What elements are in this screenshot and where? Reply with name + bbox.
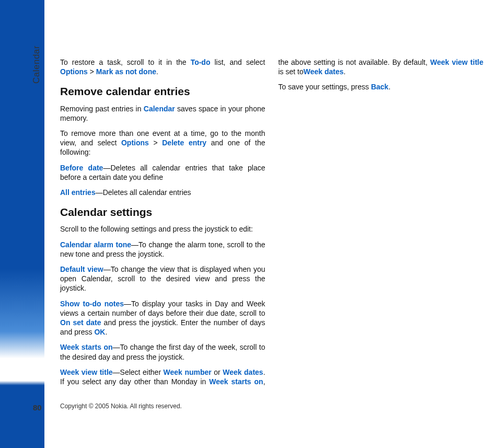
heading-calendar-settings: Calendar settings [60, 205, 265, 219]
before-date-label: Before date [60, 164, 103, 172]
heading-remove-entries: Remove calendar entries [60, 84, 265, 98]
paragraph-week-starts: Week starts on—To change the first day o… [60, 342, 265, 361]
paragraph-all-entries: All entries—Deletes all calendar entries [60, 188, 265, 197]
paragraph-removing-past: Removing past entries in Calendar saves … [60, 104, 265, 123]
delete-entry-label: Delete entry [162, 139, 206, 147]
paragraph-restore: To restore a task, scroll to it in the T… [60, 58, 265, 76]
section-label: Calendar [31, 45, 42, 84]
paragraph-default-view: Default view—To change the view that is … [60, 265, 265, 293]
paragraph-scroll-settings: Scroll to the following settings and pre… [60, 224, 265, 234]
options-label-2: Options [121, 139, 149, 147]
page-number: 80 [33, 403, 42, 412]
week-starts-label: Week starts on [60, 343, 113, 351]
all-entries-label: All entries [60, 188, 96, 197]
week-dates-label: Week dates [223, 368, 263, 376]
calendar-label: Calendar [144, 105, 175, 113]
back-label: Back [371, 83, 388, 91]
copyright-footer: Copyright © 2005 Nokia. All rights reser… [60, 403, 182, 410]
todo-label: To-do [191, 58, 211, 66]
week-starts-on-label: Week starts on [209, 377, 263, 386]
paragraph-show-todo: Show to-do notes—To display your tasks i… [60, 299, 265, 337]
on-set-date-label: On set date [60, 318, 101, 327]
alarm-tone-label: Calendar alarm tone [60, 240, 131, 249]
default-view-label: Default view [60, 265, 103, 273]
week-view-title-label: Week view title [60, 368, 113, 376]
paragraph-remove-multiple: To remove more than one event at a time,… [60, 129, 265, 157]
paragraph-save-settings: To save your settings, press Back. [279, 82, 484, 91]
options-label: Options [60, 67, 88, 76]
paragraph-before-date: Before date—Deletes all calendar entries… [60, 163, 265, 182]
paragraph-alarm-tone: Calendar alarm tone—To change the alarm … [60, 240, 265, 259]
page-content: To restore a task, scroll to it in the T… [60, 58, 483, 392]
week-dates-label-2: Week dates [304, 67, 344, 76]
mark-not-done-label: Mark as not done [96, 67, 156, 76]
week-number-label: Week number [164, 368, 212, 376]
ok-label: OK [94, 328, 105, 336]
show-todo-label: Show to-do notes [60, 300, 124, 308]
week-view-title-label-2: Week view title [430, 58, 483, 66]
